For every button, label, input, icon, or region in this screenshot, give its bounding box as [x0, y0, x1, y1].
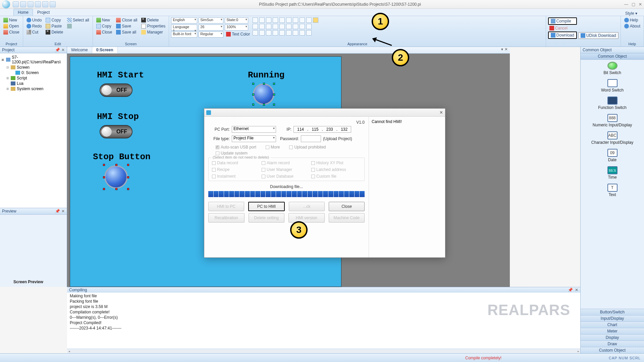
shape-icon[interactable]: [266, 30, 271, 36]
dist-icon[interactable]: [279, 17, 285, 23]
zoom-select[interactable]: 100%: [225, 24, 248, 31]
help-button[interactable]: Help: [623, 17, 642, 23]
tab-project[interactable]: Project: [33, 9, 54, 16]
font-select[interactable]: SimSun: [199, 17, 223, 23]
shape-icon[interactable]: [273, 30, 278, 36]
object-function-switch[interactable]: Function Switch: [581, 95, 644, 112]
redo-button[interactable]: Redo: [25, 23, 43, 29]
toggle-hmi-start[interactable]: OFF: [100, 83, 132, 97]
hmi-to-pc-button[interactable]: HMI to PC: [208, 202, 244, 211]
dist-icon[interactable]: [279, 30, 285, 36]
tab-screen0[interactable]: 0:Screen: [92, 47, 118, 53]
align-left-icon[interactable]: [253, 17, 258, 23]
pin-icon[interactable]: 📌: [55, 209, 60, 214]
output-body[interactable]: Making font file Packing font file proje…: [67, 293, 580, 349]
category-custom[interactable]: Custom Object: [581, 347, 644, 353]
dialog-titlebar[interactable]: ✕: [204, 109, 445, 117]
toggle-hmi-stop[interactable]: OFF: [100, 125, 132, 138]
dialog-close-button[interactable]: ✕: [439, 110, 443, 115]
builtinfont-select[interactable]: Built-in font: [171, 32, 197, 38]
filetype-select[interactable]: Project File: [232, 135, 276, 142]
label-hmi-start[interactable]: HMI Start: [97, 70, 144, 80]
cube-button[interactable]: [66, 23, 91, 29]
autoscan-checkbox[interactable]: Auto-scan USB port: [216, 145, 256, 149]
qat-btn[interactable]: [20, 1, 26, 7]
pin-icon[interactable]: 📌: [55, 48, 60, 52]
align-center-icon[interactable]: [259, 17, 265, 23]
uploadprohibited-checkbox[interactable]: Upload prohibited: [289, 145, 326, 149]
screen-delete-button[interactable]: Delete: [140, 17, 167, 23]
tab-welcome[interactable]: Welcome: [67, 47, 92, 53]
object-character[interactable]: ABCCharacter Input/Display: [581, 129, 644, 147]
dist-icon[interactable]: [286, 30, 291, 36]
password-input[interactable]: [301, 135, 321, 142]
style-dropdown[interactable]: Style ▾: [625, 11, 637, 16]
properties-button[interactable]: Properties: [140, 23, 167, 29]
screen-new-button[interactable]: New: [95, 17, 114, 23]
category-meter[interactable]: Meter: [581, 328, 644, 334]
align-icon[interactable]: [259, 24, 265, 29]
qat-btn[interactable]: [42, 1, 48, 7]
cut-button[interactable]: Cut: [25, 29, 43, 35]
qat-btn[interactable]: [13, 1, 19, 7]
save-button[interactable]: Save: [115, 23, 139, 29]
new-button[interactable]: New: [2, 17, 21, 23]
about-button[interactable]: About: [623, 23, 642, 29]
output-scrollbar[interactable]: ◂▸: [67, 349, 580, 353]
category-header[interactable]: Common Object: [581, 53, 644, 60]
close-icon[interactable]: ✕: [61, 209, 65, 214]
object-numeric[interactable]: 888Numeric Input/Display: [581, 112, 644, 129]
language2-select[interactable]: Language 1: [171, 24, 197, 31]
rotate-icon[interactable]: [273, 17, 278, 23]
misc-icon[interactable]: [306, 17, 312, 23]
qat-btn[interactable]: [28, 1, 34, 7]
selectall-button[interactable]: Select all: [66, 17, 91, 23]
dist-icon[interactable]: [300, 24, 305, 29]
fontsize-select[interactable]: 26: [199, 24, 223, 31]
align-icon[interactable]: [266, 24, 271, 29]
label-running[interactable]: Running: [248, 70, 284, 80]
delete-button[interactable]: Delete: [44, 29, 64, 35]
textcolor-button[interactable]: Text Color: [225, 32, 251, 37]
qat-btn[interactable]: [35, 1, 41, 7]
lock-icon[interactable]: [313, 17, 318, 23]
dist-icon[interactable]: [286, 17, 291, 23]
manager-button[interactable]: Manager: [140, 29, 167, 35]
paste-button[interactable]: Paste: [44, 23, 64, 29]
close-icon[interactable]: ✕: [61, 48, 65, 52]
qat-btn[interactable]: [50, 1, 56, 7]
cancel-button[interactable]: Cancel: [548, 25, 577, 31]
hmi-version-button[interactable]: HMI version: [288, 213, 325, 223]
project-tree[interactable]: ▣S7-1200.pi(C:\Users\RealPars\ ⊟Screen 0…: [0, 53, 67, 93]
recalibration-button[interactable]: Recalibration: [208, 213, 245, 223]
open-button[interactable]: Open: [2, 23, 21, 29]
dist-icon[interactable]: [293, 17, 298, 23]
sync-clock-button[interactable]: ...ck: [289, 202, 325, 211]
object-date[interactable]: 09Date: [581, 147, 644, 164]
object-bit-switch[interactable]: Bit Switch: [581, 60, 644, 77]
misc-icon[interactable]: [306, 24, 312, 29]
ip-input[interactable]: 114. 115. 233. 132: [293, 126, 351, 133]
close-icon[interactable]: ✕: [504, 47, 508, 53]
udisk-download-button[interactable]: UDisk Download: [578, 32, 619, 39]
dist-icon[interactable]: [300, 17, 305, 23]
close-icon[interactable]: ✕: [575, 288, 578, 292]
pc-to-hmi-button[interactable]: PC to HMI: [248, 202, 285, 211]
dist-icon[interactable]: [279, 24, 285, 29]
close-icon[interactable]: ✕: [639, 2, 642, 7]
dist-icon[interactable]: [286, 24, 291, 29]
object-text[interactable]: TText: [581, 182, 644, 199]
download-button[interactable]: Download: [548, 32, 577, 39]
screen-copy-button[interactable]: Copy: [95, 23, 114, 29]
dist-icon[interactable]: [300, 30, 305, 36]
category-chart[interactable]: Chart: [581, 321, 644, 328]
category-draw[interactable]: Draw: [581, 341, 644, 347]
closeall-button[interactable]: Close all: [115, 17, 139, 23]
dist-icon[interactable]: [293, 30, 298, 36]
maximize-icon[interactable]: ▢: [632, 2, 635, 7]
label-stop-button[interactable]: Stop Button: [93, 152, 151, 162]
lamp-stop-button[interactable]: [104, 165, 128, 189]
category-display[interactable]: Display: [581, 334, 644, 341]
state-select[interactable]: State:0: [225, 17, 248, 23]
updatesystem-checkbox[interactable]: Update system: [216, 151, 248, 156]
